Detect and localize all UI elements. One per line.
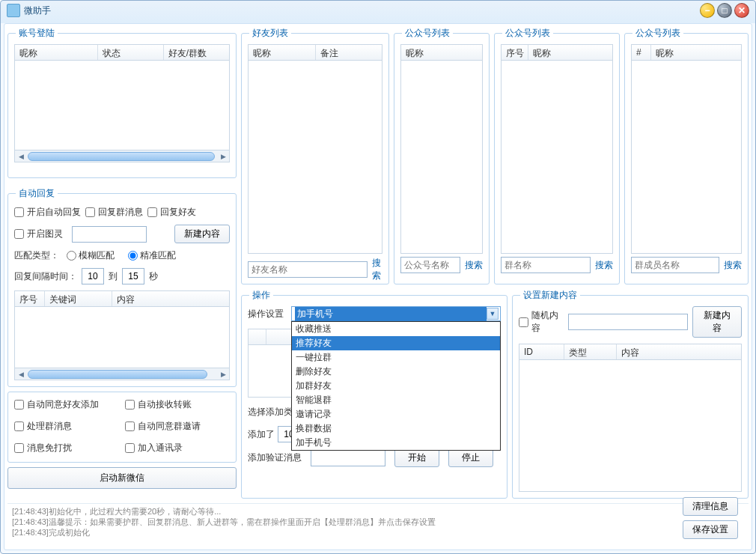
ops-setting-label: 操作设置 bbox=[248, 308, 284, 320]
kw-table-body[interactable] bbox=[14, 307, 230, 368]
kw-col-seq: 序号 bbox=[15, 291, 45, 306]
col-friends: 好友/群数 bbox=[164, 45, 229, 60]
ops-select-value: 加手机号 bbox=[295, 307, 487, 321]
gzh3-table-body[interactable] bbox=[631, 61, 742, 254]
gzh3-search-input[interactable] bbox=[631, 257, 719, 273]
col-nick: 昵称 bbox=[15, 45, 98, 60]
gzh2-search-link[interactable]: 搜索 bbox=[595, 259, 613, 272]
gzh2-col-seq: 序号 bbox=[502, 45, 528, 60]
chk-auto-transfer[interactable]: 自动接收转账 bbox=[125, 398, 225, 411]
friends-table-body[interactable] bbox=[248, 61, 382, 254]
login-table-body[interactable] bbox=[14, 61, 230, 150]
ops-select[interactable]: 加手机号 ▼ 收藏推送推荐好友一键拉群删除好友加群好友智能退群邀请记录换群数据加… bbox=[291, 306, 501, 321]
ops-dropdown[interactable]: 收藏推送推荐好友一键拉群删除好友加群好友智能退群邀请记录换群数据加手机号 bbox=[291, 321, 501, 451]
gzh2-col-nick: 昵称 bbox=[528, 45, 612, 60]
friends-col-remark: 备注 bbox=[316, 45, 382, 60]
verifymsg-input[interactable] bbox=[311, 450, 385, 466]
ops-option[interactable]: 一键拉群 bbox=[292, 350, 500, 365]
ops-title: 操作 bbox=[249, 289, 273, 302]
log-line: [21:48:43]温馨提示：如果需要护群、回复群消息、新人进群等，需在群操作里… bbox=[12, 517, 744, 527]
kw-col-content: 内容 bbox=[112, 291, 229, 306]
ops-option[interactable]: 邀请记录 bbox=[292, 407, 500, 421]
chk-enable-tuling[interactable]: 开启图灵 bbox=[14, 228, 63, 240]
chk-reply-friend[interactable]: 回复好友 bbox=[147, 206, 196, 219]
gzh3-col-hash: # bbox=[632, 45, 651, 60]
clear-info-button[interactable]: 清理信息 bbox=[683, 497, 738, 516]
gzh3-search-link[interactable]: 搜索 bbox=[724, 259, 742, 272]
newcontent-button[interactable]: 新建内容 bbox=[692, 306, 742, 338]
gzh1-col-nick: 昵称 bbox=[401, 45, 482, 60]
scroll-left-icon[interactable]: ◀ bbox=[15, 151, 27, 162]
interval-to-input[interactable] bbox=[122, 268, 144, 284]
gzh3-col-nick: 昵称 bbox=[651, 45, 741, 60]
radio-exact[interactable]: 精准匹配 bbox=[128, 249, 176, 262]
interval-label: 回复间隔时间： bbox=[14, 270, 77, 283]
login-title: 账号登陆 bbox=[16, 27, 58, 40]
log-line: [21:48:43]初始化中，此过程大约需要20秒，请耐心等待... bbox=[12, 506, 744, 517]
close-icon: ✕ bbox=[738, 5, 746, 16]
ops-option[interactable]: 换群数据 bbox=[292, 421, 500, 436]
nc-table-body[interactable] bbox=[519, 360, 742, 492]
maximize-button[interactable]: □ bbox=[717, 3, 732, 18]
gzh1-table-body[interactable] bbox=[400, 61, 483, 254]
minimize-icon: − bbox=[704, 5, 710, 16]
launch-wechat-button[interactable]: 启动新微信 bbox=[7, 467, 237, 489]
ops-col-spacer bbox=[249, 329, 266, 344]
gzh2-search-input[interactable] bbox=[501, 257, 591, 273]
start-button[interactable]: 开始 bbox=[394, 448, 439, 467]
stop-button[interactable]: 停止 bbox=[448, 448, 493, 467]
new-content-button[interactable]: 新建内容 bbox=[174, 225, 230, 243]
autoreply-group: 自动回复 开启自动回复 回复群消息 回复好友 开启图灵 新建内容 匹配类型： bbox=[7, 187, 237, 387]
scroll-right-icon[interactable]: ▶ bbox=[217, 369, 229, 380]
ops-group: 操作 操作设置 加手机号 ▼ 收藏推送推荐好友一键拉群删除好友加群好友智能退群邀… bbox=[241, 289, 507, 499]
ops-option[interactable]: 智能退群 bbox=[292, 393, 500, 407]
scroll-right-icon[interactable]: ▶ bbox=[217, 151, 229, 162]
close-button[interactable]: ✕ bbox=[734, 3, 749, 18]
log-area: [21:48:43]初始化中，此过程大约需要20秒，请耐心等待... [21:4… bbox=[7, 504, 749, 540]
chk-auto-agree-friend[interactable]: 自动同意好友添加 bbox=[14, 398, 115, 411]
chk-add-contacts[interactable]: 加入通讯录 bbox=[125, 442, 225, 454]
ops-option[interactable]: 推荐好友 bbox=[292, 336, 500, 350]
maximize-icon: □ bbox=[722, 5, 727, 16]
autoreply-title: 自动回复 bbox=[16, 187, 58, 200]
interval-to-label: 到 bbox=[109, 270, 118, 283]
gzh3-group: 公众号列表 # 昵称 搜索 bbox=[624, 27, 749, 284]
newcontent-input[interactable] bbox=[568, 314, 688, 330]
app-title: 微助手 bbox=[24, 4, 51, 17]
ops-option[interactable]: 加群好友 bbox=[292, 379, 500, 393]
gzh1-title: 公众号列表 bbox=[402, 27, 453, 40]
nc-col-content: 内容 bbox=[617, 344, 741, 359]
save-settings-button[interactable]: 保存设置 bbox=[683, 520, 738, 539]
gzh2-title: 公众号列表 bbox=[502, 27, 553, 40]
friends-group: 好友列表 昵称 备注 搜索 bbox=[241, 27, 389, 284]
gzh3-title: 公众号列表 bbox=[632, 27, 683, 40]
chk-auto-agree-group[interactable]: 自动同意群邀请 bbox=[125, 420, 225, 433]
kw-col-kw: 关键词 bbox=[45, 291, 112, 306]
gzh1-search-input[interactable] bbox=[400, 257, 460, 273]
chk-enable-autoreply[interactable]: 开启自动回复 bbox=[14, 206, 81, 219]
ops-option[interactable]: 加手机号 bbox=[292, 436, 500, 450]
chk-dnd[interactable]: 消息免打扰 bbox=[14, 442, 115, 454]
friends-search-link[interactable]: 搜索 bbox=[372, 257, 382, 282]
radio-fuzzy[interactable]: 模糊匹配 bbox=[67, 249, 115, 262]
minimize-button[interactable]: − bbox=[700, 3, 715, 18]
chk-reply-group[interactable]: 回复群消息 bbox=[85, 206, 143, 219]
ops-option[interactable]: 收藏推送 bbox=[292, 322, 500, 336]
scroll-left-icon[interactable]: ◀ bbox=[15, 369, 27, 380]
interval-from-input[interactable] bbox=[82, 268, 104, 284]
login-group: 账号登陆 昵称 状态 好友/群数 ◀ ▶ bbox=[7, 27, 237, 178]
app-icon bbox=[7, 4, 20, 17]
chk-random-content[interactable]: 随机内容 bbox=[519, 309, 559, 335]
gzh1-search-link[interactable]: 搜索 bbox=[465, 259, 483, 272]
chk-handle-group[interactable]: 处理群消息 bbox=[14, 420, 115, 433]
kw-hscrollbar[interactable]: ◀ ▶ bbox=[14, 368, 230, 380]
nc-col-id: ID bbox=[519, 344, 564, 359]
gzh2-table-body[interactable] bbox=[501, 61, 613, 254]
login-hscrollbar[interactable]: ◀ ▶ bbox=[14, 150, 230, 162]
login-table-header: 昵称 状态 好友/群数 bbox=[14, 44, 230, 61]
tuling-input[interactable] bbox=[72, 226, 147, 243]
match-type-label: 匹配类型： bbox=[14, 249, 59, 262]
ops-option[interactable]: 删除好友 bbox=[292, 365, 500, 379]
friends-search-input[interactable] bbox=[248, 261, 368, 278]
col-status: 状态 bbox=[98, 45, 164, 60]
